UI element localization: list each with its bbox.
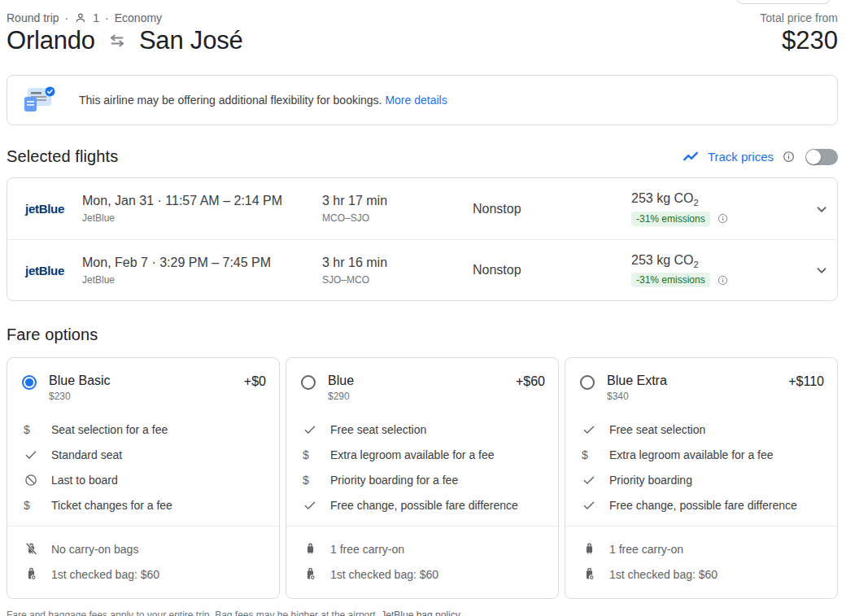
track-prices-label[interactable]: Track prices (708, 150, 774, 164)
dollar-icon: $ (303, 448, 322, 461)
fare-price: $230 (49, 391, 244, 402)
fare-footnote: Fare and baggage fees apply to your enti… (7, 609, 838, 616)
fare-feature: Free seat selection (286, 417, 558, 442)
flight-duration: 3 hr 16 min (322, 256, 473, 270)
selected-flights-list: jetBlue Mon, Jan 31 · 11:57 AM – 2:14 PM… (7, 177, 838, 301)
flight-row-return[interactable]: jetBlue Mon, Feb 7 · 3:29 PM – 7:45 PM J… (7, 239, 837, 300)
checked-bag-add-icon (24, 566, 43, 582)
fare-feature: Last to board (7, 467, 279, 492)
fare-feature: Free change, possible fare difference (286, 492, 558, 518)
separator-dot: · (65, 11, 69, 24)
flight-route: SJO–MCO (322, 274, 473, 286)
jetblue-logo-text: jetBlue (25, 202, 64, 216)
ban-icon (24, 473, 43, 487)
toggle-thumb (806, 150, 821, 164)
info-icon[interactable] (717, 212, 729, 225)
airline-name: JetBlue (82, 274, 322, 286)
passenger-count: 1 (93, 11, 99, 24)
check-icon (303, 498, 322, 513)
emissions-badge: -31% emissions (631, 212, 710, 226)
fare-options-heading: Fare options (7, 325, 838, 344)
fare-name: Blue Extra (607, 374, 667, 387)
check-icon (303, 422, 322, 437)
radio-button-selected[interactable] (22, 375, 37, 390)
co2-amount: 253 kg CO2 (631, 191, 806, 208)
fare-name: Blue (328, 374, 354, 387)
divider (7, 526, 279, 526)
fare-feature: Free seat selection (565, 417, 837, 442)
co2-amount: 253 kg CO2 (631, 253, 806, 269)
dollar-icon: $ (24, 423, 43, 436)
baggage-item: 1st checked bag: $60 (286, 561, 558, 587)
checked-bag-add-icon (582, 566, 601, 582)
fare-price: $340 (607, 391, 788, 402)
airline-name: JetBlue (82, 212, 322, 224)
divider (286, 526, 558, 526)
fare-feature: $ Priority boarding for a fee (286, 467, 558, 492)
check-icon (582, 473, 601, 487)
fare-delta: +$0 (244, 374, 266, 389)
swap-arrows-icon (107, 30, 128, 51)
carry-on-icon (303, 541, 322, 557)
separator-dot: · (105, 11, 109, 24)
trip-type-label: Round trip (7, 11, 59, 24)
fare-card-blue[interactable]: Blue $290 +$60 Free seat selection $ Ext… (286, 357, 559, 599)
dollar-icon: $ (24, 499, 43, 512)
flight-route: MCO–SJO (322, 212, 473, 224)
info-icon[interactable] (782, 150, 796, 164)
origin-city: Orlando (7, 26, 95, 55)
chevron-down-icon[interactable] (809, 197, 834, 221)
flight-schedule: Mon, Jan 31 · 11:57 AM – 2:14 PM (82, 194, 322, 208)
flight-row-outbound[interactable]: jetBlue Mon, Jan 31 · 11:57 AM – 2:14 PM… (7, 178, 837, 239)
cabin-class-label: Economy (115, 11, 162, 24)
fare-feature: $ Extra legroom available for a fee (286, 442, 558, 467)
fare-feature: Standard seat (7, 442, 279, 467)
stops-label: Nonstop (473, 263, 631, 277)
destination-city: San José (139, 26, 243, 55)
dollar-icon: $ (582, 448, 601, 461)
info-icon[interactable] (717, 274, 729, 286)
fare-feature: $ Ticket changes for a fee (7, 492, 279, 518)
checked-bag-add-icon (303, 566, 322, 582)
scrolled-card-edge (736, 0, 831, 4)
radio-button[interactable] (580, 375, 595, 390)
check-icon (24, 448, 43, 462)
baggage-item: 1st checked bag: $60 (565, 561, 837, 587)
baggage-item: 1st checked bag: $60 (7, 561, 279, 587)
divider (565, 526, 837, 526)
baggage-item: 1 free carry-on (565, 536, 837, 561)
flexibility-message: This airline may be offering additional … (79, 94, 447, 107)
dollar-icon: $ (303, 474, 322, 487)
booking-page: Round trip · 1 · Economy Total price fro… (0, 0, 855, 616)
radio-button[interactable] (301, 375, 316, 390)
fare-card-blue-basic[interactable]: Blue Basic $230 +$0 $ Seat selection for… (7, 357, 280, 599)
fare-feature: Priority boarding (565, 467, 837, 492)
selected-flights-heading: Selected flights (7, 147, 118, 166)
airline-logo: jetBlue (7, 264, 82, 277)
airline-logo: jetBlue (7, 202, 82, 216)
flight-duration: 3 hr 17 min (322, 194, 473, 208)
route-title: Orlando San José (7, 26, 243, 55)
more-details-link[interactable]: More details (385, 94, 447, 107)
track-prices-control: Track prices (682, 148, 838, 166)
fare-feature: Free change, possible fare difference (565, 492, 837, 518)
fare-delta: +$60 (516, 374, 545, 389)
check-icon (582, 498, 601, 513)
total-price-value: $230 (782, 26, 838, 55)
bag-policy-link[interactable]: JetBlue bag policy (381, 609, 460, 616)
total-price-label: Total price from (760, 10, 838, 24)
fare-delta: +$110 (788, 374, 824, 389)
emissions-badge: -31% emissions (631, 273, 710, 287)
carry-on-crossed-icon (24, 541, 43, 557)
chevron-down-icon[interactable] (809, 258, 834, 282)
flexibility-banner: This airline may be offering additional … (7, 75, 838, 125)
stops-label: Nonstop (473, 202, 631, 216)
fare-price: $290 (328, 391, 516, 402)
fare-name: Blue Basic (49, 374, 111, 387)
fare-card-blue-extra[interactable]: Blue Extra $340 +$110 Free seat selectio… (565, 357, 838, 599)
track-prices-toggle[interactable] (805, 149, 838, 165)
baggage-item: No carry-on bags (7, 536, 279, 561)
trip-summary: Round trip · 1 · Economy (7, 10, 162, 24)
booking-flexibility-icon (20, 85, 56, 116)
check-icon (582, 422, 601, 437)
